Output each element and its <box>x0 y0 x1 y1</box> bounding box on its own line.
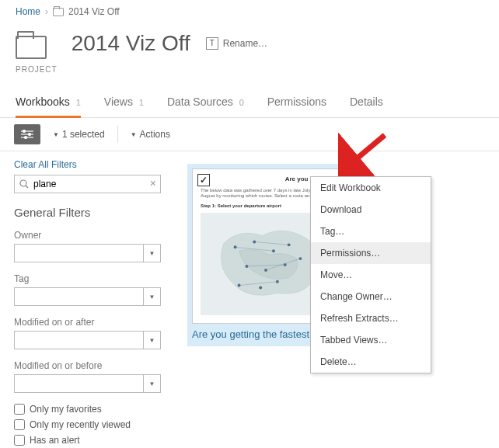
tab-datasources-label: Data Sources <box>167 96 233 108</box>
menu-download[interactable]: Download <box>311 199 431 221</box>
favorites-checkbox[interactable] <box>14 404 25 415</box>
project-icon-block: PROJECT <box>16 31 58 74</box>
breadcrumb-home[interactable]: Home <box>16 6 40 17</box>
actions-label: Actions <box>140 129 170 140</box>
tag-dropdown-button[interactable]: ▼ <box>144 287 161 306</box>
modified-before-dropdown-button[interactable]: ▼ <box>144 374 161 393</box>
breadcrumb-separator: › <box>45 6 48 17</box>
svg-point-4 <box>29 134 31 136</box>
sliders-icon <box>21 130 33 139</box>
favorites-checkbox-row[interactable]: Only my favorites <box>14 404 161 415</box>
menu-edit-workbook[interactable]: Edit Workbook <box>311 177 431 199</box>
rename-button[interactable]: T Rename… <box>206 37 267 50</box>
selected-count-label: 1 selected <box>62 129 105 140</box>
svg-point-14 <box>264 269 267 272</box>
owner-label: Owner <box>14 230 161 241</box>
tab-bar: Workbooks 1 Views 1 Data Sources 0 Permi… <box>0 89 499 118</box>
tag-label: Tag <box>14 273 161 284</box>
clear-filters-link[interactable]: Clear All Filters <box>14 159 77 170</box>
filter-sidebar: Clear All Filters × General Filters Owne… <box>0 151 175 448</box>
menu-tabbed-views[interactable]: Tabbed Views… <box>311 329 431 351</box>
menu-permissions[interactable]: Permissions… <box>311 242 431 264</box>
search-field-wrap: × <box>14 175 161 193</box>
recent-checkbox-row[interactable]: Only my recently viewed <box>14 419 161 430</box>
tab-permissions-label: Permissions <box>267 96 326 108</box>
tab-datasources-count: 0 <box>239 98 244 107</box>
alert-checkbox-row[interactable]: Has an alert <box>14 435 161 446</box>
search-input[interactable] <box>14 175 161 193</box>
caret-down-icon: ▼ <box>53 131 59 138</box>
folder-icon-large <box>16 36 47 59</box>
tag-input[interactable] <box>14 287 144 306</box>
clear-search-icon[interactable]: × <box>150 177 156 189</box>
general-filters-heading: General Filters <box>14 206 161 219</box>
modified-before-label: Modified on or before <box>14 360 161 371</box>
rename-icon: T <box>206 37 218 50</box>
modified-before-input[interactable] <box>14 374 144 393</box>
alert-checkbox[interactable] <box>14 435 25 446</box>
thumb-step: Step 1: Select your departure airport <box>201 203 281 208</box>
modified-after-label: Modified on or after <box>14 317 161 328</box>
tab-workbooks[interactable]: Workbooks 1 <box>16 89 81 118</box>
menu-delete[interactable]: Delete… <box>311 351 431 373</box>
filter-toggle-button[interactable] <box>14 124 40 144</box>
svg-point-18 <box>259 287 262 290</box>
tab-views-label: Views <box>104 96 133 108</box>
caret-down-icon: ▼ <box>131 131 137 138</box>
toolbar: ▼ 1 selected ▼ Actions <box>0 118 499 151</box>
alert-label: Has an alert <box>30 435 80 446</box>
modified-after-dropdown-button[interactable]: ▼ <box>144 331 161 349</box>
rename-label: Rename… <box>223 38 267 49</box>
breadcrumb-current: 2014 Viz Off <box>68 6 120 17</box>
svg-point-6 <box>20 180 26 186</box>
tab-views[interactable]: Views 1 <box>104 89 144 117</box>
tab-permissions[interactable]: Permissions <box>267 89 326 117</box>
owner-dropdown-button[interactable]: ▼ <box>144 244 161 262</box>
context-menu: Edit Workbook Download Tag… Permissions…… <box>310 176 431 373</box>
menu-tag[interactable]: Tag… <box>311 221 431 242</box>
modified-after-input[interactable] <box>14 331 144 349</box>
tab-workbooks-label: Workbooks <box>16 96 70 108</box>
recent-label: Only my recently viewed <box>30 419 131 430</box>
svg-point-5 <box>25 137 27 139</box>
tab-details[interactable]: Details <box>350 89 383 117</box>
menu-move[interactable]: Move… <box>311 264 431 286</box>
tab-workbooks-count: 1 <box>76 98 81 107</box>
tab-details-label: Details <box>350 96 383 108</box>
menu-refresh-extracts[interactable]: Refresh Extracts… <box>311 307 431 329</box>
selected-count-dropdown[interactable]: ▼ 1 selected <box>53 129 105 140</box>
page-title: 2014 Viz Off <box>72 31 190 56</box>
content-area: ✓ Are you ge… ●●● The below data was gat… <box>175 151 499 448</box>
svg-point-3 <box>23 130 26 133</box>
owner-input[interactable] <box>14 244 144 262</box>
search-icon <box>19 179 29 189</box>
toolbar-divider <box>117 126 118 143</box>
project-label: PROJECT <box>16 65 58 74</box>
actions-dropdown[interactable]: ▼ Actions <box>131 129 170 140</box>
folder-icon <box>53 8 64 16</box>
recent-checkbox[interactable] <box>14 419 25 430</box>
page-header: PROJECT 2014 Viz Off T Rename… <box>0 23 499 89</box>
menu-change-owner[interactable]: Change Owner… <box>311 286 431 307</box>
card-checkbox[interactable]: ✓ <box>197 174 210 186</box>
tab-views-count: 1 <box>139 98 144 107</box>
tab-datasources[interactable]: Data Sources 0 <box>167 89 244 117</box>
svg-line-7 <box>26 186 28 188</box>
favorites-label: Only my favorites <box>30 404 102 415</box>
breadcrumb: Home › 2014 Viz Off <box>0 0 499 23</box>
